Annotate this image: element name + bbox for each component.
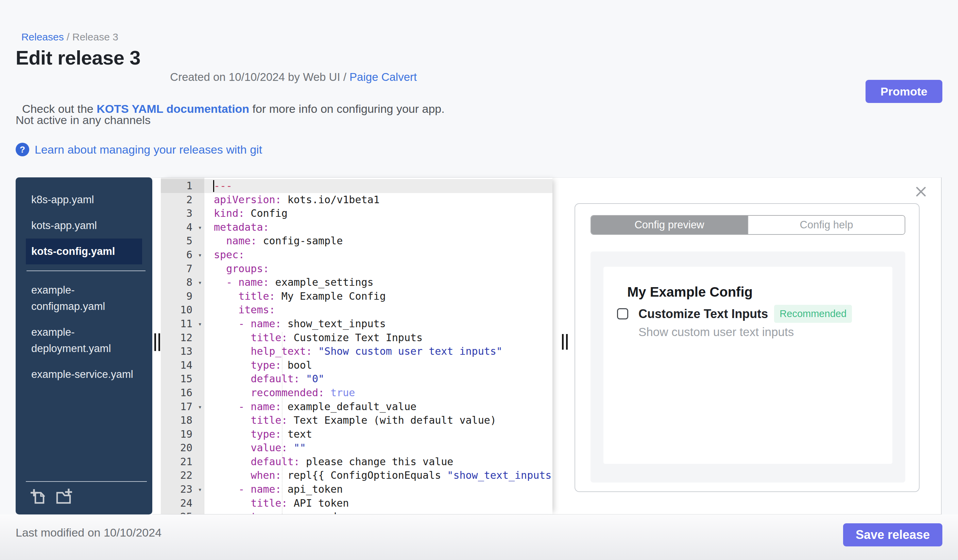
customize-text-inputs-checkbox[interactable] <box>617 308 628 320</box>
code-line[interactable]: value: "" <box>204 441 552 455</box>
gutter-cell: 9 <box>161 289 204 304</box>
code-line[interactable]: default: "0" <box>204 372 552 386</box>
code-line[interactable]: title: Customize Text Inputs <box>204 331 552 345</box>
breadcrumb-separator: / <box>64 31 72 43</box>
code-line[interactable]: - name: api_token <box>204 482 552 497</box>
file-item[interactable]: example-deployment.yaml <box>26 320 142 362</box>
gutter-cell: 8▾ <box>161 275 204 289</box>
code-line[interactable]: default: please change this value <box>204 455 552 469</box>
config-preview-form: My Example Config Customize Text Inputs … <box>603 267 892 464</box>
git-help-link[interactable]: ? Learn about managing your releases wit… <box>16 143 262 156</box>
gutter-cell: 12 <box>161 331 204 345</box>
tab-config-help[interactable]: Config help <box>747 216 905 234</box>
config-preview-box: My Example Config Customize Text Inputs … <box>590 252 905 482</box>
gutter-cell: 19 <box>161 427 204 441</box>
code-line[interactable]: - name: show_text_inputs <box>204 317 552 331</box>
fold-arrow-icon[interactable]: ▾ <box>198 482 202 497</box>
page-title: Edit release 3 <box>16 46 140 69</box>
add-file-icon[interactable] <box>30 489 47 506</box>
code-line[interactable]: title: My Example Config <box>204 289 552 304</box>
code-line[interactable]: groups: <box>204 262 552 276</box>
code-line[interactable]: type: password <box>204 510 552 514</box>
last-modified-text: Last modified on 10/10/2024 <box>16 526 162 539</box>
gutter-cell: 6▾ <box>161 248 204 262</box>
code-line[interactable]: metadata: <box>204 220 552 234</box>
code-line[interactable]: spec: <box>204 248 552 262</box>
code-line[interactable]: when: repl{{ ConfigOptionEquals "show_te… <box>204 468 552 482</box>
gutter-cell: 14 <box>161 359 204 372</box>
gutter-cell: 18 <box>161 414 204 427</box>
gutter-cell: 1 <box>161 179 204 193</box>
footer-bar: Last modified on 10/10/2024 Save release <box>0 514 958 560</box>
promote-button[interactable]: Promote <box>866 80 942 103</box>
yaml-editor[interactable]: 1234▾56▾78▾91011▾121314151617▾1819202122… <box>161 178 552 514</box>
code-line[interactable]: apiVersion: kots.io/v1beta1 <box>204 193 552 207</box>
code-line[interactable]: --- <box>204 179 552 193</box>
question-mark-icon: ? <box>16 143 29 156</box>
fold-arrow-icon[interactable]: ▾ <box>198 317 202 331</box>
gutter-cell: 11▾ <box>161 317 204 331</box>
gutter-cell: 22 <box>161 468 204 482</box>
code-line[interactable]: title: API token <box>204 497 552 510</box>
code-line[interactable]: type: text <box>204 427 552 441</box>
file-list: k8s-app.yamlkots-app.yamlkots-config.yam… <box>16 177 152 388</box>
file-sidebar: k8s-app.yamlkots-app.yamlkots-config.yam… <box>16 177 152 514</box>
file-item[interactable]: k8s-app.yaml <box>26 187 142 213</box>
breadcrumb: Releases / Release 3 <box>16 20 118 43</box>
gutter-cell: 21 <box>161 455 204 469</box>
add-folder-icon[interactable] <box>56 489 72 506</box>
gutter-cell: 16 <box>161 386 204 400</box>
gutter-cell: 20 <box>161 441 204 455</box>
fold-arrow-icon[interactable]: ▾ <box>198 220 202 234</box>
gutter-cell: 10 <box>161 303 204 317</box>
code-line[interactable]: - name: example_default_value <box>204 400 552 414</box>
sidebar-bottom-divider <box>26 481 147 482</box>
code-line[interactable]: type: bool <box>204 359 552 372</box>
release-meta-text: Created on 10/10/2024 by Web UI / <box>170 71 349 83</box>
code-line[interactable]: - name: example_settings <box>204 275 552 289</box>
file-list-divider <box>27 271 146 271</box>
code-line[interactable]: help_text: "Show custom user text inputs… <box>204 345 552 359</box>
code-line[interactable]: title: Text Example (with default value) <box>204 414 552 427</box>
release-meta: Created on 10/10/2024 by Web UI / Paige … <box>164 58 417 84</box>
gutter-cell: 2 <box>161 193 204 207</box>
gutter-cell: 24 <box>161 497 204 510</box>
code-line[interactable]: kind: Config <box>204 207 552 220</box>
author-link[interactable]: Paige Calvert <box>349 71 417 83</box>
config-checkbox-row: Customize Text Inputs Recommended <box>617 305 852 323</box>
fold-arrow-icon[interactable]: ▾ <box>198 248 202 262</box>
gutter-cell: 7 <box>161 262 204 276</box>
checkbox-help-text: Show custom user text inputs <box>638 325 794 339</box>
preview-resize-handle[interactable] <box>562 334 568 350</box>
gutter-cell: 5 <box>161 234 204 248</box>
release-editor: k8s-app.yamlkots-app.yamlkots-config.yam… <box>16 177 942 514</box>
code-line[interactable]: recommended: true <box>204 386 552 400</box>
checkbox-label: Customize Text Inputs <box>638 307 768 321</box>
breadcrumb-releases-link[interactable]: Releases <box>21 31 64 43</box>
gutter-cell: 17▾ <box>161 400 204 414</box>
save-release-button[interactable]: Save release <box>843 523 942 546</box>
file-item[interactable]: kots-config.yaml <box>26 239 142 264</box>
gutter-cell: 13 <box>161 345 204 359</box>
gutter-cell: 3 <box>161 207 204 220</box>
close-icon[interactable] <box>915 185 927 198</box>
docs-info-line: Check out the KOTS YAML documentation fo… <box>16 89 445 115</box>
fold-arrow-icon[interactable]: ▾ <box>198 400 202 414</box>
gutter-cell: 15 <box>161 372 204 386</box>
git-help-label: Learn about managing your releases with … <box>35 143 262 156</box>
editor-gutter: 1234▾56▾78▾91011▾121314151617▾1819202122… <box>161 179 204 514</box>
fold-arrow-icon[interactable]: ▾ <box>198 275 202 289</box>
editor-code[interactable]: ---apiVersion: kots.io/v1beta1kind: Conf… <box>204 179 552 514</box>
sidebar-resize-handle[interactable] <box>154 333 160 351</box>
tab-config-preview[interactable]: Config preview <box>591 216 747 234</box>
code-line[interactable]: name: config-sample <box>204 234 552 248</box>
channel-status-text: Not active in any channels <box>16 114 151 127</box>
gutter-cell: 23▾ <box>161 482 204 497</box>
code-line[interactable]: items: <box>204 303 552 317</box>
docs-info-suffix: for more info on configuring your app. <box>249 102 445 115</box>
editor-workspace: 1234▾56▾78▾91011▾121314151617▾1819202122… <box>152 177 942 514</box>
file-item[interactable]: example-service.yaml <box>26 362 142 388</box>
file-item[interactable]: kots-app.yaml <box>26 213 142 239</box>
breadcrumb-current: Release 3 <box>72 31 118 43</box>
file-item[interactable]: example-configmap.yaml <box>26 277 142 320</box>
